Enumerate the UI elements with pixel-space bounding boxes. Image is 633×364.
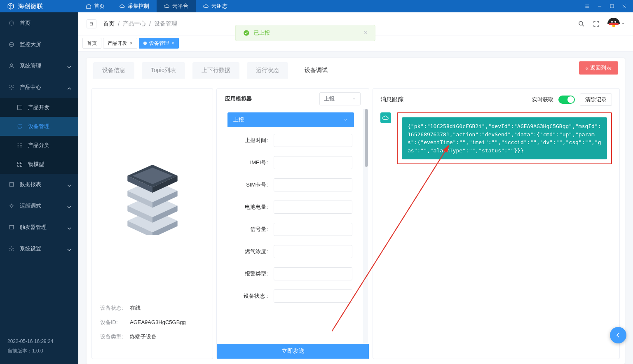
page-tab-debug[interactable]: 设备调试 [295, 62, 337, 79]
chevron-down-icon [66, 182, 70, 187]
gear-icon [8, 84, 15, 91]
back-fab[interactable] [610, 327, 626, 343]
bug-icon [8, 203, 15, 209]
home-icon [86, 3, 91, 9]
sidebar-item-product-category[interactable]: 产品分类 [0, 136, 78, 155]
device-type-label: 设备类型: [100, 329, 130, 344]
toast-close-button[interactable]: × [363, 29, 367, 37]
caret-down-icon [621, 22, 625, 26]
device-illustration [100, 99, 204, 301]
sidebar-item-settings[interactable]: 系统设置 [0, 238, 78, 259]
message-track-panel: 消息跟踪 实时获取 清除记录 [373, 88, 620, 359]
simulator-accordion-header[interactable]: 上报 [227, 112, 354, 127]
simulator-form: 上报时间: IMEI号: SIM卡号: 电池电量: 信号量: 燃气浓度: 报警类… [227, 134, 352, 303]
chevron-down-icon [66, 225, 70, 229]
realtime-label: 实时获取 [532, 96, 553, 103]
sidebar-collapse-button[interactable] [87, 19, 96, 28]
send-button[interactable]: 立即发送 [217, 344, 369, 359]
field-label-gas: 燃气浓度: [227, 248, 268, 255]
sidebar-item-ops[interactable]: 运维调式 [0, 195, 78, 217]
alarm-type-input[interactable] [274, 267, 352, 280]
mini-tab-device-manage[interactable]: 设备管理× [139, 38, 179, 49]
top-nav: 首页 采集控制 云平台 云组态 [78, 0, 235, 12]
svg-rect-12 [9, 225, 13, 229]
grid-icon [16, 161, 23, 168]
user-avatar[interactable] [607, 18, 625, 30]
svg-point-11 [10, 205, 13, 208]
list-icon [16, 142, 23, 149]
topnav-cloud-platform[interactable]: 云平台 [157, 0, 196, 12]
back-to-list-button[interactable]: « 返回列表 [579, 61, 618, 75]
page-tab-device-info[interactable]: 设备信息 [93, 62, 134, 79]
search-icon[interactable] [578, 20, 585, 28]
window-minimize-button[interactable] [593, 0, 606, 12]
sidebar-item-product-center[interactable]: 产品中心 [0, 77, 78, 98]
trigger-icon [8, 224, 15, 231]
report-time-input[interactable] [274, 134, 352, 147]
gauge-icon [8, 20, 15, 26]
toast-text: 已上报 [254, 29, 270, 37]
log-highlight-box: {"pk":"10C258diG0cFGB2i","devId":"AGEA9A… [397, 112, 612, 164]
loop-icon [16, 123, 23, 130]
sidebar-item-monitor[interactable]: 监控大屏 [0, 34, 78, 55]
sidebar-item-trigger[interactable]: 触发器管理 [0, 217, 78, 238]
field-label-battery: 电池电量: [227, 203, 268, 211]
arrow-left-icon [614, 331, 622, 339]
breadcrumb: 首页 / 产品中心 / 设备管理 [103, 20, 177, 28]
svg-point-3 [10, 64, 12, 66]
sidebar-item-report[interactable]: 数据报表 [0, 174, 78, 195]
chevron-down-icon [343, 117, 348, 122]
brand: 海创微联 [0, 2, 78, 10]
close-icon[interactable]: × [130, 41, 133, 46]
penguin-icon [607, 18, 620, 30]
chevron-down-icon [352, 97, 356, 101]
svg-point-13 [11, 248, 12, 250]
close-icon[interactable]: × [171, 41, 174, 46]
field-label-imei: IMEI号: [227, 159, 268, 166]
sidebar-item-product-dev[interactable]: 产品开发 [0, 98, 78, 117]
device-type-value: 终端子设备 [130, 334, 157, 340]
page-tab-runtime[interactable]: 运行状态 [247, 62, 288, 79]
imei-input[interactable] [274, 156, 352, 169]
log-title: 消息跟踪 [380, 96, 403, 103]
dev-status-input[interactable] [274, 289, 352, 303]
action-select[interactable]: 上报 [319, 92, 361, 105]
fullscreen-icon[interactable] [593, 20, 600, 28]
simulator-scrollbar-thumb[interactable] [365, 109, 368, 167]
sidebar-item-home[interactable]: 首页 [0, 12, 78, 34]
layout-icon [203, 3, 209, 9]
signal-input[interactable] [274, 223, 352, 236]
topnav-collect[interactable]: 采集控制 [112, 0, 157, 12]
report-icon [8, 181, 15, 188]
window-close-button[interactable] [618, 0, 631, 12]
sidebar-item-system[interactable]: 系统管理 [0, 55, 78, 77]
sidebar-item-thing-model[interactable]: 物模型 [0, 155, 78, 174]
gas-input[interactable] [274, 245, 352, 258]
mini-tab-home[interactable]: 首页 [82, 38, 101, 49]
battery-input[interactable] [274, 201, 352, 214]
gear-icon [8, 245, 15, 252]
mini-tab-product-dev[interactable]: 产品开发× [103, 38, 137, 49]
realtime-switch[interactable] [558, 96, 575, 104]
globe-icon [8, 41, 15, 48]
chevron-down-icon [66, 64, 70, 68]
topnav-cloud-scada[interactable]: 云组态 [196, 0, 235, 12]
clear-log-button[interactable]: 清除记录 [580, 93, 612, 106]
code-icon [16, 104, 23, 111]
sidebar-item-device-manage[interactable]: 设备管理 [0, 117, 78, 136]
window-maximize-button[interactable] [606, 0, 618, 12]
page-tab-updown[interactable]: 上下行数据 [192, 62, 239, 79]
sidebar: 首页 监控大屏 系统管理 产品中心 产品开发 [0, 12, 78, 364]
success-toast: 已上报 × [235, 25, 375, 41]
chevron-up-icon [66, 85, 70, 89]
svg-rect-9 [20, 165, 22, 166]
sim-input[interactable] [274, 178, 352, 191]
window-menu-button[interactable] [581, 0, 593, 12]
breadcrumb-item[interactable]: 产品中心 [123, 20, 146, 28]
user-icon [8, 63, 15, 69]
topnav-home[interactable]: 首页 [78, 0, 112, 12]
page-tab-topic[interactable]: Topic列表 [142, 62, 185, 79]
success-icon [243, 30, 250, 36]
chevron-down-icon [66, 247, 70, 251]
breadcrumb-home[interactable]: 首页 [103, 20, 115, 28]
